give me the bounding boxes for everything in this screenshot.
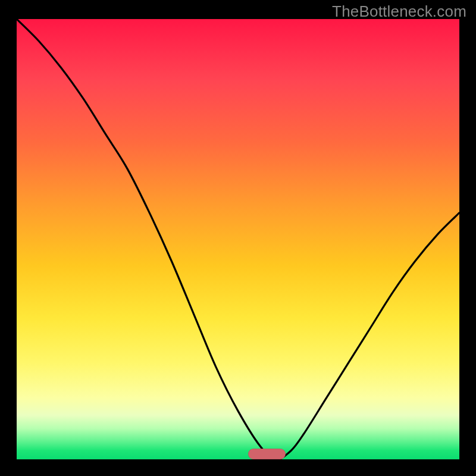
watermark-text: TheBottleneck.com (332, 2, 466, 21)
optimal-range-marker (248, 449, 286, 459)
curve-path (17, 19, 459, 459)
chart-frame: TheBottleneck.com (0, 0, 476, 476)
plot-area (17, 19, 459, 459)
bottleneck-curve (17, 19, 459, 459)
